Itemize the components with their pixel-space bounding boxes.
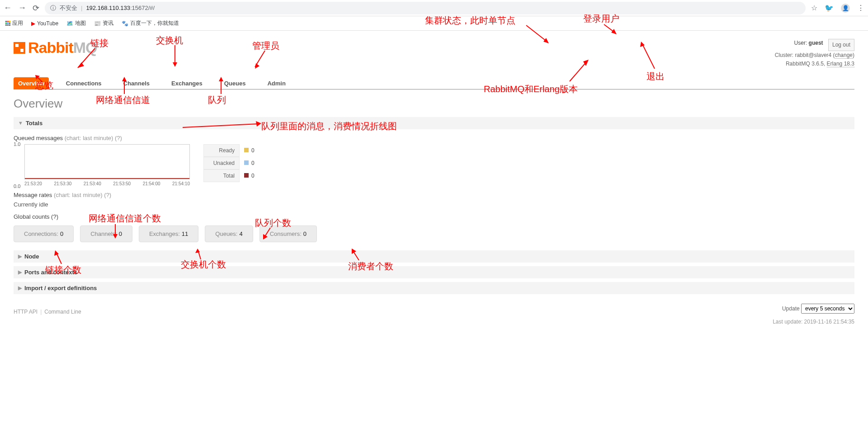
currently-idle: Currently idle	[14, 201, 854, 208]
chevron-down-icon: ▼	[18, 120, 23, 126]
avatar[interactable]: 👤	[841, 4, 850, 13]
tab-connections[interactable]: Connections	[61, 77, 106, 89]
logo-mark-icon	[14, 42, 25, 54]
chevron-right-icon: ▶	[18, 285, 22, 291]
browser-address-bar: ← → ⟳ ⓘ 不安全 | 192.168.110.133:15672/#/ ☆…	[0, 0, 868, 16]
rabbitmq-version: RabbitMQ 3.6.5,	[786, 61, 825, 67]
maps-icon: 🗺️	[66, 20, 73, 27]
bookmark-news[interactable]: 📰资讯	[94, 19, 113, 27]
footer-links: HTTP API|Command Line	[14, 309, 81, 315]
forward-icon[interactable]: →	[18, 3, 26, 13]
rabbitmq-logo: RabbitMQ	[14, 39, 97, 56]
user-label: User: guest	[794, 40, 823, 46]
tab-exchanges[interactable]: Exchanges	[167, 77, 207, 89]
url-host: 192.168.110.133	[86, 5, 130, 11]
bookmark-youtube[interactable]: ▶YouTube	[31, 20, 58, 27]
bird-icon[interactable]: 🐦	[825, 4, 834, 12]
count-consumers[interactable]: Consumers:0	[259, 225, 317, 242]
chart-ymin: 0.0	[14, 183, 20, 189]
header-info: User: guest Log out Cluster: rabbit@slav…	[775, 39, 854, 69]
queued-messages-chart: 1.0 0.0 21:53:20 21:53:30 21:53:40 21:53…	[14, 144, 190, 186]
chevron-right-icon: ▶	[18, 269, 22, 275]
legend-unacked-label: Unacked	[203, 157, 240, 169]
bookmark-maps[interactable]: 🗺️地图	[66, 19, 86, 27]
url-rest: :15672/#/	[130, 5, 155, 11]
paw-icon: 🐾	[122, 20, 128, 27]
update-interval-select[interactable]: every 5 seconds	[801, 304, 854, 314]
main-tabs: Overview Connections Channels Exchanges …	[14, 77, 854, 89]
count-channels[interactable]: Channels:0	[80, 225, 132, 242]
tab-admin[interactable]: Admin	[263, 77, 290, 89]
back-icon[interactable]: ←	[4, 3, 12, 13]
section-import[interactable]: ▶Import / export definitions	[14, 282, 854, 294]
swatch-ready-icon	[244, 148, 249, 152]
update-label: Update	[782, 305, 800, 312]
queued-messages-heading: Queued messages (chart: last minute) (?)	[14, 135, 854, 141]
star-icon[interactable]: ☆	[811, 4, 817, 12]
address-field[interactable]: ⓘ 不安全 | 192.168.110.133:15672/#/	[45, 2, 806, 14]
tab-queues[interactable]: Queues	[220, 77, 250, 89]
grid-icon	[5, 21, 10, 26]
cluster-name: rabbit@slaver4	[795, 52, 831, 58]
bookmark-baidu[interactable]: 🐾百度一下，你就知道	[122, 19, 179, 27]
cli-link[interactable]: Command Line	[44, 309, 81, 315]
section-node[interactable]: ▶Node	[14, 250, 854, 263]
section-totals[interactable]: ▼ Totals	[14, 117, 854, 129]
count-exchanges[interactable]: Exchanges:11	[139, 225, 198, 242]
apps-shortcut[interactable]: 应用	[5, 19, 23, 27]
news-icon: 📰	[94, 20, 101, 27]
info-icon: ⓘ	[50, 4, 56, 12]
section-ports[interactable]: ▶Ports and contexts	[14, 266, 854, 278]
tab-channels[interactable]: Channels	[119, 77, 155, 89]
chevron-right-icon: ▶	[18, 254, 22, 259]
chart-legend: Ready0 Unacked0 Total0	[203, 144, 259, 182]
count-connections[interactable]: Connections:0	[14, 225, 74, 242]
youtube-icon: ▶	[31, 20, 35, 27]
swatch-total-icon	[244, 173, 249, 178]
message-rates-heading: Message rates (chart: last minute) (?)	[14, 192, 854, 198]
logout-button[interactable]: Log out	[828, 39, 854, 51]
last-update: Last update: 2019-11-16 21:54:35	[14, 319, 854, 325]
http-api-link[interactable]: HTTP API	[14, 309, 38, 315]
tab-overview[interactable]: Overview	[14, 77, 49, 89]
global-counts-heading: Global counts (?)	[14, 213, 854, 220]
erlang-version-link[interactable]: Erlang 18.3	[827, 61, 854, 67]
legend-total-label: Total	[203, 169, 240, 182]
reload-icon[interactable]: ⟳	[33, 3, 39, 13]
page-title: Overview	[14, 97, 854, 111]
count-queues[interactable]: Queues:4	[205, 225, 253, 242]
kebab-icon[interactable]: ⋮	[857, 4, 864, 12]
swatch-unacked-icon	[244, 160, 249, 165]
legend-ready-label: Ready	[203, 144, 240, 157]
insecure-label: 不安全	[60, 4, 77, 12]
bookmarks-bar: 应用 ▶YouTube 🗺️地图 📰资讯 🐾百度一下，你就知道	[0, 16, 868, 31]
chart-ymax: 1.0	[14, 141, 20, 147]
change-cluster-link[interactable]: change	[835, 52, 853, 59]
